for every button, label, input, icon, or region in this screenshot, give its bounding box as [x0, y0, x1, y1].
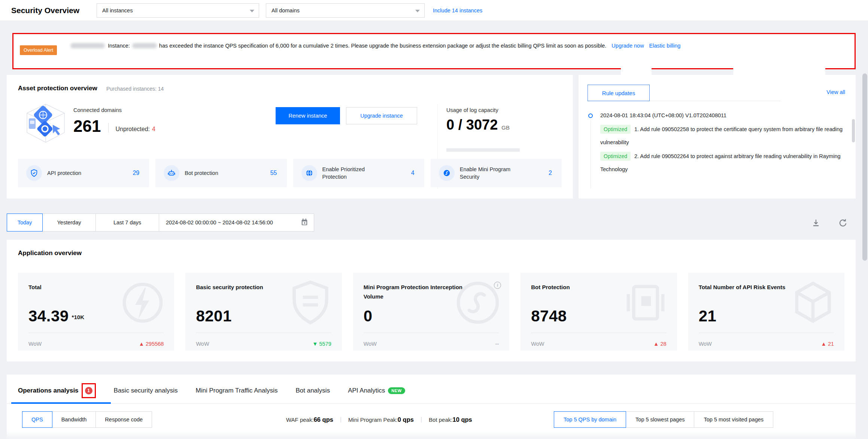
- rule-update-entries: Optimized1. Add rule 090502258 to protec…: [600, 123, 846, 177]
- mode-qps[interactable]: QPS: [22, 411, 52, 428]
- divider: |: [421, 416, 422, 423]
- application-overview-card: Application overview Total 34.39 *10K Wo…: [7, 240, 856, 361]
- mini-program-peak-value: 0 qps: [398, 416, 414, 423]
- divider: [650, 101, 781, 101]
- alert-instance-label: Instance:: [108, 43, 130, 49]
- redacted-region: [70, 43, 105, 48]
- pill-label: Enable Mini Program Security: [460, 166, 520, 181]
- chart-mode-switch: QPS Bandwidth Response code: [22, 411, 152, 428]
- view-all-link[interactable]: View all: [826, 89, 845, 95]
- include-instances-link[interactable]: Include 14 instances: [433, 0, 482, 21]
- asset-protection-card: Asset protection overview Purchased inst…: [7, 75, 573, 199]
- tab-label: Mini Program Traffic Analysis: [196, 387, 278, 394]
- divider: |: [340, 416, 342, 423]
- wow-delta: ▲ 28: [653, 341, 667, 347]
- tab-rule-updates[interactable]: Rule updates: [588, 85, 650, 101]
- stat-card-mini-program: Mini Program Protection Interception Vol…: [353, 273, 509, 351]
- analysis-tabs: Operations analysis 1 Basic security ana…: [18, 381, 405, 400]
- log-capacity-label: Usage of log capacity: [446, 107, 498, 113]
- rule-update-timestamp: 2024-08-01 18:43:04 (UTC+08:00) V1.0T202…: [600, 112, 726, 118]
- divider: [531, 333, 666, 333]
- asset-cube-illustration: [21, 102, 70, 145]
- stat-label: Basic security protection: [196, 282, 263, 292]
- elastic-billing-link[interactable]: Elastic billing: [649, 43, 681, 49]
- overload-alert-badge: Overload Alert: [20, 45, 57, 55]
- rule-entry-text: 2. Add rule 090502264 to protect against…: [600, 153, 841, 172]
- top5-most-visited-pages-button[interactable]: Top 5 most visited pages: [694, 411, 773, 428]
- upgrade-instance-button[interactable]: Upgrade instance: [346, 107, 417, 124]
- unprotected-count: Unprotected:4: [115, 126, 155, 133]
- top5-slowest-pages-button[interactable]: Top 5 slowest pages: [626, 411, 694, 428]
- tab-label: Operations analysis: [18, 387, 79, 394]
- renew-instance-button[interactable]: Renew instance: [276, 107, 340, 124]
- rule-entry-text: 1. Add rule 090502258 to protect the cer…: [600, 126, 843, 145]
- pill-label: API protection: [47, 169, 81, 177]
- bottom-fade: [7, 431, 856, 439]
- globe-icon: [301, 165, 317, 181]
- stat-card-row: Total 34.39 *10K WoW ▲ 295568 Basic secu…: [18, 273, 844, 351]
- stat-label: Total Number of API Risk Events: [699, 282, 786, 292]
- date-range-picker[interactable]: 2024-08-02 00:00:00 ~ 2024-08-02 14:56:0…: [159, 214, 314, 231]
- mini-program-security-pill[interactable]: Enable Mini Program Security 2: [431, 159, 562, 187]
- pill-value: 4: [411, 170, 415, 176]
- rule-entry: Optimized1. Add rule 090502258 to protec…: [600, 123, 846, 149]
- stat-card-api-risk: Total Number of API Risk Events 21 WoW ▲…: [688, 273, 844, 351]
- tab-bot-analysis[interactable]: Bot analysis: [295, 387, 330, 394]
- divider: [108, 123, 109, 133]
- stat-value: 8748: [531, 307, 570, 325]
- unprotected-value: 4: [152, 126, 155, 132]
- page-scrollbar-thumb[interactable]: [862, 73, 867, 261]
- protection-shortcut-row: API protection 29 Bot protection 55 Enab…: [18, 159, 562, 187]
- tab-label: Bot analysis: [295, 387, 330, 394]
- stat-value: 0: [364, 307, 376, 325]
- rule-updates-card: Rule updates View all 2024-08-01 18:43:0…: [579, 75, 856, 199]
- top5-switch: Top 5 QPS by domain Top 5 slowest pages …: [554, 411, 773, 428]
- stat-card-basic-security: Basic security protection 8201 WoW ▼ 557…: [185, 273, 342, 351]
- connected-domains-value: 261: [73, 117, 101, 136]
- pill-value: 29: [133, 170, 139, 176]
- top5-qps-by-domain-button[interactable]: Top 5 QPS by domain: [554, 411, 626, 428]
- redacted-instance-id: [132, 43, 157, 48]
- timeline-line: [591, 120, 591, 188]
- upgrade-now-link[interactable]: Upgrade now: [611, 43, 644, 49]
- tab-basic-security-analysis[interactable]: Basic security analysis: [114, 387, 178, 394]
- wow-delta: ▲ 295568: [139, 341, 164, 347]
- prioritized-protection-pill[interactable]: Enable Prioritized Protection 4: [293, 159, 424, 187]
- alert-message: has exceeded the instance QPS specificat…: [159, 43, 607, 49]
- log-unit: GB: [501, 124, 510, 131]
- timeline-dot: [588, 113, 593, 118]
- shield-check-icon: [26, 165, 42, 181]
- refresh-button[interactable]: [838, 218, 848, 228]
- instance-filter-select[interactable]: All instances: [97, 3, 259, 18]
- download-button[interactable]: [811, 218, 821, 228]
- tab-label: Basic security analysis: [114, 387, 178, 394]
- pill-value: 2: [549, 170, 552, 176]
- overload-alert-text: Instance:has exceeded the instance QPS s…: [70, 40, 722, 52]
- bot-peak-label: Bot peak:: [429, 417, 452, 423]
- chevron-down-icon: [250, 10, 254, 12]
- date-filter-today[interactable]: Today: [7, 214, 43, 231]
- bot-protection-pill[interactable]: Bot protection 55: [155, 159, 286, 187]
- analysis-section-card: Operations analysis 1 Basic security ana…: [7, 375, 856, 439]
- date-filter-last7days[interactable]: Last 7 days: [95, 214, 159, 231]
- active-tab-indicator: [11, 402, 111, 404]
- tab-mini-program-traffic-analysis[interactable]: Mini Program Traffic Analysis: [196, 387, 278, 394]
- mode-bandwidth[interactable]: Bandwidth: [52, 411, 96, 428]
- stat-value: 34.39 *10K: [28, 307, 84, 325]
- tab-api-analytics[interactable]: API Analytics NEW: [348, 387, 405, 394]
- stat-label: Bot Protection: [531, 282, 570, 292]
- domain-filter-value: All domains: [271, 7, 300, 13]
- domain-filter-select[interactable]: All domains: [266, 3, 425, 18]
- unprotected-label: Unprotected:: [115, 126, 150, 132]
- api-protection-pill[interactable]: API protection 29: [18, 159, 149, 187]
- waf-peak-value: 66 qps: [314, 416, 333, 423]
- tab-operations-analysis[interactable]: Operations analysis 1: [18, 383, 96, 398]
- mode-response-code[interactable]: Response code: [95, 411, 152, 428]
- log-used-value: 0 / 3072: [446, 117, 498, 133]
- date-filter-yesterday[interactable]: Yesterday: [42, 214, 96, 231]
- calendar-icon: [300, 218, 309, 227]
- wow-label: WoW: [364, 341, 377, 347]
- connected-domains-label: Connected domains: [73, 107, 122, 113]
- wow-label: WoW: [28, 341, 42, 347]
- card-scrollbar-thumb[interactable]: [852, 119, 855, 142]
